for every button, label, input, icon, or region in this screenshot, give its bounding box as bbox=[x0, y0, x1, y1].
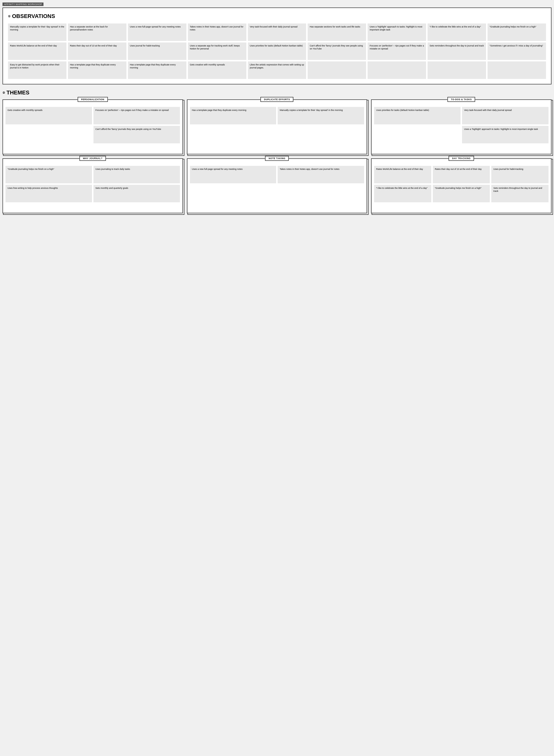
obs-card: Takes notes in their Notes app, doesn't … bbox=[188, 23, 246, 41]
observations-grid: Manually copies a template for their 'da… bbox=[8, 23, 546, 79]
obs-card: Uses journal for habit-tracking bbox=[128, 43, 186, 60]
personalization-label: PERSONALIZATION bbox=[77, 97, 108, 102]
todos-label: TO-DOS & TASKS bbox=[448, 97, 475, 102]
theme-card: Focuses on 'perfection' – rips pages out… bbox=[94, 107, 180, 124]
theme-card: Uses free-writing to help process anxiou… bbox=[5, 185, 92, 202]
obs-card: "Sometimes I get anxious if I miss a day… bbox=[488, 43, 546, 60]
theme-card: Has a template page that they duplicate … bbox=[190, 107, 276, 124]
theme-day-tracking: DAY TRACKING Rates Work/Life balance at … bbox=[371, 159, 552, 213]
obs-card: Uses a separate app for tracking work st… bbox=[188, 43, 246, 60]
obs-card: Has a template page that they duplicate … bbox=[68, 61, 126, 79]
duplicate-label: DUPLICATE EFFORTS bbox=[261, 97, 294, 102]
obs-card: Has a separate section at the back for p… bbox=[68, 23, 126, 41]
theme-card: Rates Work/Life balance at the end of th… bbox=[374, 166, 431, 183]
obs-number: ① bbox=[8, 15, 10, 18]
theme-note-taking: NOTE TAKING Uses a new full-page spread … bbox=[187, 159, 367, 213]
theme-card: Rates their day out of 10 at the end of … bbox=[433, 166, 490, 183]
theme-card: "Gratitude journaling helps me finish on… bbox=[5, 166, 92, 183]
theme-card: Manually copies a template for their 'da… bbox=[278, 107, 364, 124]
obs-card: Gets creative with monthly spreads bbox=[188, 61, 246, 79]
theme-card: Sets reminders throughout the day to jou… bbox=[491, 185, 549, 202]
theme-card: Can't afford the 'fancy' journals they s… bbox=[94, 126, 180, 143]
obs-card: Focuses on 'perfection' – rips pages out… bbox=[368, 43, 426, 60]
obs-card: Uses a 'highlight' approach to tasks: hi… bbox=[368, 23, 426, 41]
theme-card: Sets monthly and quarterly goals bbox=[94, 185, 180, 202]
theme-card: Uses a 'highlight' approach to tasks: hi… bbox=[462, 126, 549, 143]
obs-card: Sets reminders throughout the day to jou… bbox=[428, 43, 486, 60]
obs-card: Easy to get distracted by work projects … bbox=[8, 61, 66, 79]
theme-card: Takes notes in their Notes app, doesn't … bbox=[278, 166, 364, 183]
theme-why-journal: WHY JOURNAL? "Gratitude journaling helps… bbox=[2, 159, 183, 213]
obs-card: Uses priorities for tasks (default Notio… bbox=[248, 43, 307, 60]
obs-card: Manually copies a template for their 'da… bbox=[8, 23, 66, 41]
obs-card: Rates Work/Life balance at the end of th… bbox=[8, 43, 66, 60]
theme-card: Uses journaling to track daily tasks bbox=[94, 166, 180, 183]
obs-card bbox=[428, 61, 486, 79]
theme-card: Very task-focused with their daily journ… bbox=[462, 107, 549, 124]
app-label: AFFINITY MAPPING WORKSHOP bbox=[2, 2, 44, 6]
theme-card: "I like to celebrate the little wins at … bbox=[374, 185, 431, 202]
obs-card: Can't afford the 'fancy' journals they s… bbox=[308, 43, 366, 60]
obs-card: Likes the artistic expression that comes… bbox=[248, 61, 307, 79]
theme-card: Gets creative with monthly spreads bbox=[5, 107, 92, 124]
theme-personalization: PERSONALIZATION Gets creative with month… bbox=[2, 100, 183, 154]
obs-card bbox=[488, 61, 546, 79]
theme-duplicate: DUPLICATE EFFORTS Has a template page th… bbox=[187, 100, 367, 154]
themes-title: THEMES bbox=[6, 89, 30, 96]
theme-card: Uses journal for habit-tracking bbox=[491, 166, 549, 183]
obs-card: "I like to celebrate the little wins at … bbox=[428, 23, 486, 41]
obs-card: Has separate sections for work tasks and… bbox=[308, 23, 366, 41]
theme-todos: TO-DOS & TASKS Uses priorities for tasks… bbox=[371, 100, 552, 154]
themes-row-1: PERSONALIZATION Gets creative with month… bbox=[2, 100, 552, 154]
themes-row-2: WHY JOURNAL? "Gratitude journaling helps… bbox=[2, 159, 552, 213]
day-tracking-label: DAY TRACKING bbox=[449, 156, 474, 161]
why-journal-label: WHY JOURNAL? bbox=[79, 156, 106, 161]
obs-card: Very task-focused with their daily journ… bbox=[248, 23, 307, 41]
obs-card bbox=[368, 61, 426, 79]
obs-card: "Gratitude journaling helps me finish on… bbox=[488, 23, 546, 41]
theme-card: Uses a new full-page spread for any meet… bbox=[190, 166, 276, 183]
obs-card: Rates their day out of 10 at the end of … bbox=[68, 43, 126, 60]
theme-card: Uses priorities for tasks (default Notio… bbox=[374, 107, 460, 124]
obs-card: Uses a new full-page spread for any meet… bbox=[128, 23, 186, 41]
note-taking-label: NOTE TAKING bbox=[265, 156, 289, 161]
theme-card: "Gratitude journaling helps me finish on… bbox=[433, 185, 490, 202]
obs-card bbox=[308, 61, 366, 79]
themes-number: ② bbox=[2, 91, 5, 94]
observations-title: ① OBSERVATIONS bbox=[8, 13, 546, 19]
observations-section: ① OBSERVATIONS Manually copies a templat… bbox=[2, 7, 552, 84]
obs-card: Has a template page that they duplicate … bbox=[128, 61, 186, 79]
themes-section: ② THEMES PERSONALIZATION Gets creative w… bbox=[2, 89, 552, 213]
